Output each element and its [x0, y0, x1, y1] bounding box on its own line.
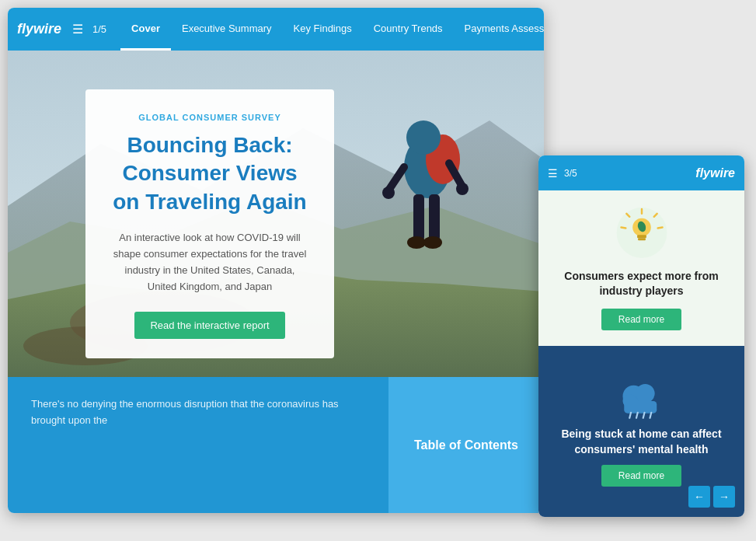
svg-line-32	[636, 413, 638, 418]
svg-point-28	[636, 384, 655, 403]
mobile-nav-counter: 3/5	[564, 168, 577, 179]
tab-cover[interactable]: Cover	[120, 8, 171, 51]
nav-bar: flywire ☰ 1/5 Cover Executive Summary Ke…	[8, 8, 544, 51]
svg-rect-10	[429, 194, 440, 241]
svg-line-33	[643, 413, 644, 418]
tab-payments-assessment[interactable]: Payments Assessment	[454, 8, 544, 51]
svg-rect-24	[637, 235, 646, 238]
svg-point-14	[456, 183, 469, 195]
svg-point-15	[407, 236, 426, 249]
svg-line-34	[650, 413, 651, 418]
toc-label: Table of Contents	[414, 438, 518, 452]
hero-section: GLOBAL CONSUMER SURVEY Bouncing Back: Co…	[8, 51, 544, 377]
tab-country-trends[interactable]: Country Trends	[363, 8, 454, 51]
mobile-nav: ☰ 3/5 flywire	[538, 155, 744, 190]
card-title: Bouncing Back: Consumer Views on Traveli…	[109, 131, 311, 216]
nav-logo: flywire	[17, 21, 61, 37]
svg-line-20	[657, 228, 662, 229]
tab-key-findings[interactable]: Key Findings	[283, 8, 363, 51]
next-arrow-button[interactable]: →	[713, 486, 735, 508]
mobile-card-2: Being stuck at home can affect consumers…	[538, 346, 744, 517]
cloud-rain-icon	[615, 376, 669, 419]
read-report-button[interactable]: Read the interactive report	[134, 312, 284, 339]
svg-rect-25	[638, 238, 646, 240]
nav-arrows: ← →	[688, 486, 735, 508]
nav-counter: 1/5	[92, 23, 106, 35]
svg-line-31	[629, 413, 631, 418]
nav-tabs: Cover Executive Summary Key Findings Cou…	[120, 8, 544, 51]
svg-line-22	[621, 228, 625, 229]
mobile-nav-logo: flywire	[695, 166, 735, 180]
mobile-nav-left: ☰ 3/5	[548, 167, 577, 180]
tab-executive-summary[interactable]: Executive Summary	[171, 8, 283, 51]
card-subtitle: GLOBAL CONSUMER SURVEY	[109, 113, 311, 122]
mobile-window: ☰ 3/5 flywire	[538, 155, 744, 517]
svg-rect-30	[624, 401, 657, 414]
bottom-section: There's no denying the enormous disrupti…	[8, 377, 544, 513]
svg-rect-9	[413, 194, 424, 241]
lightbulb-icon	[615, 206, 669, 260]
mobile-hamburger-icon[interactable]: ☰	[548, 167, 558, 180]
hamburger-icon[interactable]: ☰	[72, 22, 83, 37]
main-window: flywire ☰ 1/5 Cover Executive Summary Ke…	[8, 8, 544, 513]
bottom-text-area: There's no denying the enormous disrupti…	[8, 377, 388, 513]
prev-arrow-button[interactable]: ←	[688, 486, 710, 508]
mobile-card-2-title: Being stuck at home can affect consumers…	[551, 427, 732, 457]
card-description: An interactive look at how COVID-19 will…	[109, 230, 311, 295]
svg-point-16	[423, 236, 442, 249]
svg-point-8	[406, 120, 441, 155]
read-more-button-1[interactable]: Read more	[601, 309, 681, 330]
mobile-card-1-title: Consumers expect more from industry play…	[551, 269, 732, 299]
mobile-card-1: Consumers expect more from industry play…	[538, 190, 744, 346]
read-more-button-2[interactable]: Read more	[601, 465, 681, 487]
svg-point-13	[382, 187, 395, 199]
bottom-text: There's no denying the enormous disrupti…	[31, 396, 365, 429]
table-of-contents-button[interactable]: Table of Contents	[388, 377, 544, 513]
content-card: GLOBAL CONSUMER SURVEY Bouncing Back: Co…	[85, 89, 334, 358]
